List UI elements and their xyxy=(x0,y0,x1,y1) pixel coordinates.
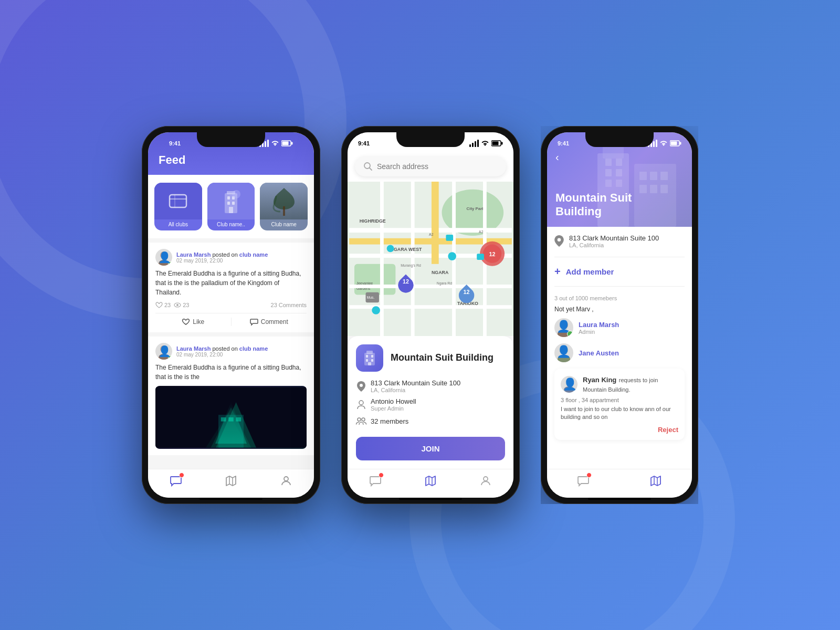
post-header-2: Laura Marsh posted on club name 02 may 2… xyxy=(155,343,307,360)
nav-chat-icon-2 xyxy=(369,475,382,487)
likes-stat: 23 xyxy=(155,301,171,309)
building-location-icon xyxy=(361,350,378,366)
svg-point-16 xyxy=(176,304,178,306)
online-dot-1 xyxy=(168,261,172,266)
search-input[interactable] xyxy=(377,162,498,171)
location-address: 813 Clark Mountain Suite 100 LA, Califor… xyxy=(356,379,505,393)
svg-rect-92 xyxy=(605,180,612,187)
svg-rect-95 xyxy=(650,172,657,180)
battery-icon-3 xyxy=(670,140,681,146)
home-indicator-2 xyxy=(399,498,462,500)
notch-3 xyxy=(585,132,654,147)
requester-name: Ryan King xyxy=(583,376,616,384)
club-card-1[interactable]: Club name.. xyxy=(207,183,255,230)
map-nav-icon-3 xyxy=(649,475,662,487)
search-bar[interactable] xyxy=(355,156,506,176)
map-area[interactable]: City Park Jeevanjee Gardens xyxy=(348,182,513,336)
status-time-2: 9:41 xyxy=(358,140,370,146)
detail-content: 813 Clark Mountain Suite 100 LA, Califor… xyxy=(547,227,692,469)
svg-rect-94 xyxy=(639,172,647,180)
club-card-2[interactable]: Club name xyxy=(260,183,308,230)
wifi-icon-3 xyxy=(659,140,668,146)
svg-rect-24 xyxy=(221,417,226,422)
feed-title: Feed xyxy=(159,151,303,167)
member-avatar-1 xyxy=(554,318,573,337)
location-card-header: Mountain Suit Building xyxy=(356,344,505,372)
nav-profile[interactable] xyxy=(259,475,314,487)
svg-line-34 xyxy=(370,168,372,171)
nav-feed-3[interactable] xyxy=(547,475,620,487)
club-card-label-1: Club name.. xyxy=(217,222,245,227)
address-line1: 813 Clark Mountain Suite 100 xyxy=(371,379,460,387)
map-nav-icon xyxy=(424,475,437,487)
post-actions-1: Like Comment xyxy=(155,313,307,326)
like-heart-icon xyxy=(182,318,190,326)
comment-button[interactable]: Comment xyxy=(232,318,307,326)
nav-profile-2[interactable] xyxy=(458,475,513,487)
svg-rect-19 xyxy=(155,387,307,447)
admin-detail: Antonio Howell Super Admin xyxy=(356,397,505,412)
nav-map-icon-3 xyxy=(649,475,662,487)
request-meta: 3 floor , 34 appartment xyxy=(561,397,678,403)
nav-map-2[interactable] xyxy=(403,475,458,487)
nav-feed[interactable] xyxy=(148,475,203,487)
svg-text:Mus.: Mus. xyxy=(366,296,374,299)
comment-label: Comment xyxy=(261,318,288,326)
nav-map-3[interactable] xyxy=(620,475,692,487)
svg-rect-6 xyxy=(227,196,230,200)
svg-rect-101 xyxy=(680,142,681,145)
phone-feed: 9:41 Feed All club xyxy=(142,126,320,504)
join-button[interactable]: JOIN xyxy=(356,437,505,460)
like-button[interactable]: Like xyxy=(155,318,232,326)
requester-avatar xyxy=(561,376,578,393)
svg-point-79 xyxy=(359,401,363,405)
svg-point-108 xyxy=(566,379,572,385)
add-member-label: Add member xyxy=(566,267,614,276)
admin-name: Antonio Howell xyxy=(371,397,416,405)
detail-title: Mountain SuitBuilding xyxy=(555,191,632,218)
notch-2 xyxy=(396,132,465,147)
likes-count: 23 xyxy=(164,302,171,308)
request-message: I want to join to our club to know ann o… xyxy=(561,405,678,422)
svg-rect-96 xyxy=(660,172,668,180)
reject-button[interactable]: Reject xyxy=(658,426,678,434)
eye-icon xyxy=(174,301,181,309)
members-count: 32 members xyxy=(371,417,408,425)
club-card-label-2: Club name xyxy=(271,222,297,227)
request-actions: Reject xyxy=(561,426,678,434)
svg-text:A2: A2 xyxy=(479,230,484,234)
bottom-nav-2 xyxy=(348,469,513,498)
nav-feed-2[interactable] xyxy=(348,475,403,487)
svg-rect-98 xyxy=(650,185,657,193)
detail-address: 813 Clark Mountain Suite 100 LA, Califor… xyxy=(554,234,685,257)
club-card-all[interactable]: All clubs xyxy=(154,183,202,230)
member-row-2: Jane Austen xyxy=(554,343,685,362)
svg-rect-74 xyxy=(371,355,373,358)
back-button[interactable]: ‹ xyxy=(555,151,559,163)
svg-point-14 xyxy=(159,260,169,266)
svg-rect-72 xyxy=(366,351,373,354)
home-indicator-3 xyxy=(588,498,651,500)
svg-text:A2: A2 xyxy=(429,233,434,236)
nav-badge-2 xyxy=(379,472,384,478)
floor-label: 3 floor xyxy=(561,397,577,403)
add-member-button[interactable]: + Add member xyxy=(554,266,685,287)
phone-map: 9:41 xyxy=(341,126,520,504)
svg-rect-10 xyxy=(229,207,233,213)
post-avatar-2 xyxy=(155,343,172,360)
feed-post-1: Laura Marsh posted on club name 02 may 2… xyxy=(148,243,314,332)
svg-text:NGARA: NGARA xyxy=(432,270,449,275)
pin-icon xyxy=(356,381,366,392)
status-icons-3 xyxy=(648,140,681,147)
svg-rect-70 xyxy=(477,254,484,260)
post-time-1: 02 may 2019, 22:00 xyxy=(176,258,268,264)
feed-post-2: Laura Marsh posted on club name 02 may 2… xyxy=(148,337,314,455)
all-clubs-icon xyxy=(154,183,202,219)
post-avatar-1 xyxy=(155,249,172,266)
clubs-row: All clubs Club name.. Club name xyxy=(148,175,314,238)
svg-rect-47 xyxy=(380,182,384,336)
nav-map-icon-2 xyxy=(424,475,437,487)
nav-map[interactable] xyxy=(203,475,258,487)
svg-rect-97 xyxy=(639,185,647,193)
post-action-2: posted on xyxy=(212,345,239,352)
